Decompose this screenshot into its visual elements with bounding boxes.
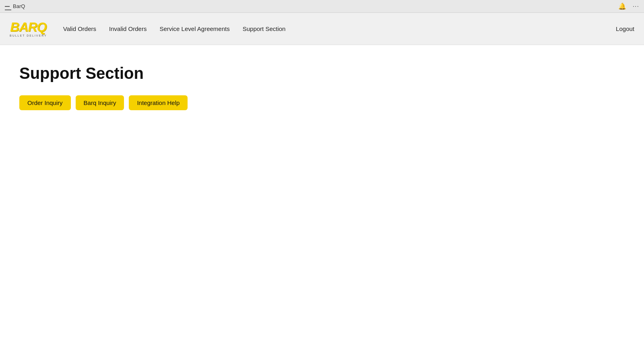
nav-invalid-orders[interactable]: Invalid Orders xyxy=(109,25,147,32)
logo-text: BARQ xyxy=(10,21,46,33)
title-bar-right: 🔔 ··· xyxy=(618,2,639,10)
nav-sla[interactable]: Service Level Agreements xyxy=(159,25,229,32)
more-options-icon[interactable]: ··· xyxy=(633,3,639,10)
order-inquiry-button[interactable]: Order Inquiry xyxy=(19,95,71,110)
nav-valid-orders[interactable]: Valid Orders xyxy=(63,25,96,32)
logo[interactable]: BARQ BULLET DELIVERY xyxy=(10,21,47,37)
minimize-icon[interactable]: — xyxy=(5,6,10,7)
title-bar-left: — BarQ xyxy=(5,3,25,9)
nav-support-section[interactable]: Support Section xyxy=(243,25,286,32)
logo-subtitle: BULLET DELIVERY xyxy=(10,34,47,37)
support-button-group: Order Inquiry Barq Inquiry Integration H… xyxy=(19,95,625,110)
logout-button[interactable]: Logout xyxy=(616,25,634,32)
barq-inquiry-button[interactable]: Barq Inquiry xyxy=(76,95,124,110)
main-content: Support Section Order Inquiry Barq Inqui… xyxy=(0,45,644,110)
title-bar: — BarQ 🔔 ··· xyxy=(0,0,644,13)
page-title: Support Section xyxy=(19,64,625,82)
nav-links: Valid Orders Invalid Orders Service Leve… xyxy=(63,25,616,32)
integration-help-button[interactable]: Integration Help xyxy=(129,95,188,110)
navbar: BARQ BULLET DELIVERY Valid Orders Invali… xyxy=(0,13,644,45)
app-name: BarQ xyxy=(13,3,25,9)
bell-icon[interactable]: 🔔 xyxy=(618,2,626,10)
